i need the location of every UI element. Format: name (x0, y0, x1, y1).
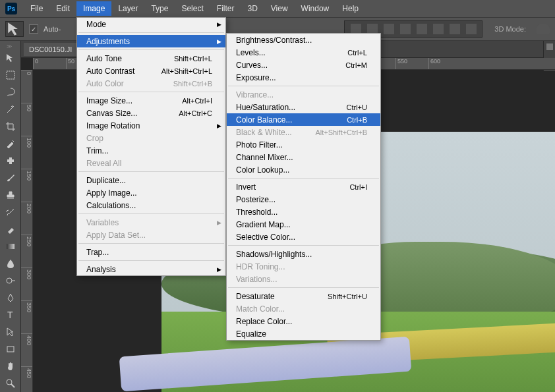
adjustments-menu-item-curves[interactable]: Curves...Ctrl+M (227, 59, 380, 71)
svg-rect-2 (9, 157, 12, 164)
menu-type[interactable]: Type (144, 1, 175, 16)
adjustments-menu-item-match-color: Match Color... (227, 302, 380, 315)
adjustments-menu-item-photo-filter[interactable]: Photo Filter... (227, 138, 380, 151)
adjustments-menu-item-levels[interactable]: Levels...Ctrl+L (227, 46, 380, 59)
hand-tool[interactable] (3, 358, 18, 374)
pen-tool[interactable] (3, 290, 18, 306)
menu-filter[interactable]: Filter (210, 1, 241, 16)
menu-item-label: Canvas Size... (86, 109, 137, 118)
distribute-h-icon[interactable] (450, 24, 460, 34)
image-menu-item-auto-contrast[interactable]: Auto ContrastAlt+Shift+Ctrl+L (77, 65, 225, 77)
adjustments-menu-item-posterize[interactable]: Posterize... (227, 193, 380, 206)
menu-select[interactable]: Select (175, 1, 210, 16)
submenu-arrow-icon: ▶ (217, 266, 221, 273)
gradient-tool[interactable] (3, 238, 18, 254)
menu-item-label: Channel Mixer... (236, 153, 293, 162)
wand-tool[interactable] (3, 101, 18, 117)
image-menu-separator (78, 260, 224, 261)
menu-item-label: Duplicate... (86, 176, 126, 185)
align-right-icon[interactable] (384, 24, 394, 34)
align-top-icon[interactable] (400, 24, 411, 34)
image-menu-item-mode[interactable]: Mode▶ (77, 18, 225, 30)
move-tool[interactable] (3, 50, 18, 66)
rectangle-tool[interactable] (3, 341, 18, 357)
image-menu-item-apply-image[interactable]: Apply Image... (77, 186, 225, 199)
blur-tool[interactable] (3, 256, 18, 271)
image-menu-separator (78, 92, 224, 92)
adjustments-menu-item-vibrance: Vibrance... (227, 88, 380, 101)
menu-image[interactable]: Image (76, 1, 111, 16)
menu-item-shortcut: Shift+Ctrl+B (173, 80, 212, 88)
menu-item-label: Auto Contrast (86, 67, 134, 76)
menu-item-shortcut: Ctrl+M (345, 61, 367, 69)
panel-flyout-icon[interactable] (546, 43, 553, 50)
adjustments-menu-item-desaturate[interactable]: DesaturateShift+Ctrl+U (227, 290, 380, 302)
eyedropper-tool[interactable] (3, 136, 18, 152)
zoom-tool[interactable] (3, 376, 18, 391)
adjustments-menu-item-shadows-highlights[interactable]: Shadows/Highlights... (227, 248, 380, 260)
menu-item-shortcut: Alt+Shift+Ctrl+L (161, 67, 212, 75)
adjustments-menu-item-color-lookup[interactable]: Color Lookup... (227, 163, 380, 176)
tools-panel: ≫ T (0, 41, 21, 392)
menu-edit[interactable]: Edit (49, 1, 76, 16)
distribute-v-icon[interactable] (466, 24, 477, 34)
adjustments-menu-item-replace-color[interactable]: Replace Color... (227, 315, 380, 327)
image-menu-item-image-rotation[interactable]: Image Rotation▶ (77, 119, 225, 132)
history-brush-tool[interactable] (3, 204, 18, 220)
menu-item-shortcut: Ctrl+I (349, 183, 367, 191)
adjustments-menu-item-threshold[interactable]: Threshold... (227, 206, 380, 218)
image-menu-item-adjustments[interactable]: Adjustments▶ (77, 35, 225, 47)
image-menu-item-analysis[interactable]: Analysis▶ (77, 263, 225, 275)
adjustments-menu-item-gradient-map[interactable]: Gradient Map... (227, 218, 380, 231)
adjustments-menu-item-brightness-contrast[interactable]: Brightness/Contrast... (227, 34, 380, 46)
marquee-tool[interactable] (3, 67, 18, 83)
stamp-tool[interactable] (3, 187, 18, 203)
menu-item-label: Reveal All (86, 159, 121, 168)
image-menu-item-canvas-size[interactable]: Canvas Size...Alt+Ctrl+C (77, 107, 225, 119)
adjustments-menu-item-equalize[interactable]: Equalize (227, 327, 380, 340)
adjustments-menu-item-color-balance[interactable]: Color Balance...Ctrl+B (227, 113, 380, 126)
active-tool-indicator[interactable] (5, 21, 24, 37)
image-menu-item-duplicate[interactable]: Duplicate... (77, 174, 225, 186)
menu-item-shortcut: Alt+Ctrl+C (179, 109, 212, 117)
lasso-tool[interactable] (3, 84, 18, 100)
image-menu-separator (78, 171, 224, 172)
image-menu-item-auto-tone[interactable]: Auto ToneShift+Ctrl+L (77, 52, 225, 65)
adjustments-menu-item-invert[interactable]: InvertCtrl+I (227, 181, 380, 193)
cloud-icon[interactable] (537, 24, 550, 34)
menu-help[interactable]: Help (336, 1, 365, 16)
adjustments-menu-item-channel-mixer[interactable]: Channel Mixer... (227, 151, 380, 163)
adjustments-menu-item-exposure[interactable]: Exposure... (227, 71, 380, 84)
image-menu-item-trap[interactable]: Trap... (77, 246, 225, 258)
menu-view[interactable]: View (264, 1, 295, 16)
submenu-arrow-icon: ▶ (217, 123, 221, 129)
type-tool[interactable]: T (3, 307, 18, 323)
auto-select-checkbox[interactable]: ✓ (29, 24, 38, 34)
adjustments-menu-item-hue-saturation[interactable]: Hue/Saturation...Ctrl+U (227, 101, 380, 113)
adjustments-menu-item-selective-color[interactable]: Selective Color... (227, 231, 380, 243)
align-bottom-icon[interactable] (433, 24, 444, 34)
menu-item-shortcut: Shift+Ctrl+U (328, 293, 367, 300)
ruler-v-tick: 250 (21, 235, 32, 267)
path-select-tool[interactable] (3, 324, 18, 340)
menu-item-label: HDR Toning... (236, 262, 285, 271)
heal-tool[interactable] (3, 153, 18, 169)
ruler-v-tick: 100 (21, 136, 32, 169)
menu-window[interactable]: Window (295, 1, 336, 16)
panel-collapse-icon[interactable]: ≫ (7, 43, 15, 49)
document-tab[interactable]: DSC00150.JI (24, 43, 77, 56)
menu-layer[interactable]: Layer (111, 1, 144, 16)
brush-tool[interactable] (3, 170, 18, 186)
menu-3d[interactable]: 3D (241, 1, 264, 16)
align-center-v-icon[interactable] (417, 24, 427, 34)
dodge-tool[interactable] (3, 273, 18, 289)
image-menu-item-image-size[interactable]: Image Size...Alt+Ctrl+I (77, 94, 225, 107)
menu-file[interactable]: File (24, 1, 49, 16)
image-menu-item-trim[interactable]: Trim... (77, 144, 225, 157)
eraser-tool[interactable] (3, 221, 18, 237)
image-menu-separator (78, 32, 224, 33)
image-menu-item-calculations[interactable]: Calculations... (77, 199, 225, 211)
adjustments-submenu-dropdown: Brightness/Contrast...Levels...Ctrl+LCur… (226, 33, 381, 341)
menu-item-label: Shadows/Highlights... (236, 250, 312, 259)
crop-tool[interactable] (3, 119, 18, 134)
